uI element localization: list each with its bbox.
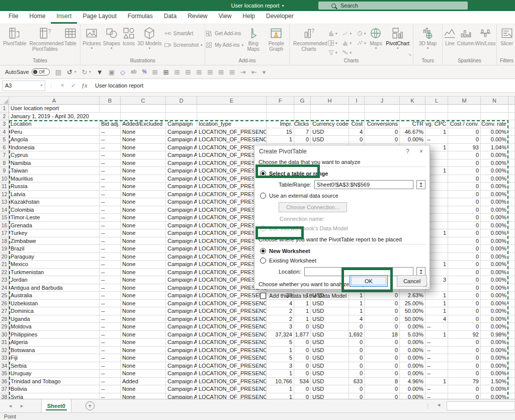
cell[interactable] bbox=[508, 292, 515, 300]
cell[interactable]: Campaign A bbox=[166, 362, 197, 370]
tab-view[interactable]: View bbox=[213, 13, 237, 24]
cell[interactable]: 0 bbox=[448, 339, 481, 347]
percent-style-icon[interactable]: % bbox=[142, 69, 147, 74]
cell[interactable]: 3 bbox=[267, 323, 294, 331]
cell[interactable] bbox=[508, 284, 515, 292]
cell[interactable] bbox=[508, 120, 515, 128]
cell[interactable]: 0 bbox=[365, 128, 400, 136]
cell[interactable]: Campaign A bbox=[166, 136, 197, 144]
cell[interactable]: 1.04% bbox=[481, 144, 508, 152]
cell[interactable]: Cost bbox=[349, 120, 365, 128]
cell[interactable]: 0.00% bbox=[481, 307, 508, 315]
cell[interactable]: Peru bbox=[9, 128, 100, 136]
cell[interactable]: 0 bbox=[294, 393, 311, 399]
cell[interactable]: Campaign A bbox=[166, 378, 197, 386]
cell[interactable]: Campaign A bbox=[166, 198, 197, 206]
cell[interactable] bbox=[267, 105, 294, 113]
cell[interactable]: Indonesia bbox=[9, 144, 100, 152]
cell[interactable]: None bbox=[121, 292, 166, 300]
cell[interactable]: 46.67% bbox=[400, 128, 425, 136]
cell[interactable] bbox=[166, 105, 197, 113]
cell[interactable]: CTR bbox=[400, 120, 425, 128]
pie-chart-button[interactable]: ▾ bbox=[357, 29, 366, 38]
cell[interactable]: 0 bbox=[448, 323, 481, 331]
cell[interactable]: 4 bbox=[349, 315, 365, 323]
cell[interactable]: 0.00% bbox=[481, 136, 508, 144]
cell[interactable]: None bbox=[121, 339, 166, 347]
row-header-8[interactable]: 8 bbox=[0, 159, 9, 167]
cell[interactable] bbox=[400, 105, 425, 113]
treemap-chart-button[interactable]: ▾ bbox=[328, 38, 337, 47]
cell[interactable]: Algeria bbox=[9, 339, 100, 347]
cell[interactable]: 633 bbox=[349, 378, 365, 386]
border-all-icon[interactable]: ⊞ bbox=[163, 69, 169, 75]
cell[interactable]: 0.00% bbox=[481, 292, 508, 300]
cell[interactable]: Campaign A bbox=[166, 339, 197, 347]
cell[interactable]: 1 bbox=[294, 300, 311, 308]
row-header-14[interactable]: 14 bbox=[0, 206, 9, 214]
cell[interactable]: -- bbox=[425, 370, 448, 378]
cell[interactable]: 0.00% bbox=[481, 159, 508, 167]
cell[interactable]: 0.00% bbox=[481, 253, 508, 261]
cell[interactable]: 0.00% bbox=[400, 385, 425, 393]
cell[interactable]: Clicks bbox=[294, 120, 311, 128]
cell[interactable] bbox=[508, 222, 515, 230]
horizontal-scrollbar[interactable] bbox=[447, 401, 515, 410]
cell[interactable] bbox=[508, 393, 515, 399]
cell[interactable]: 0 bbox=[448, 167, 481, 175]
cell[interactable] bbox=[508, 300, 515, 308]
cell[interactable]: -- bbox=[100, 198, 121, 206]
row-header-13[interactable]: 13 bbox=[0, 198, 9, 206]
border-none-icon[interactable]: ⊞ bbox=[152, 69, 158, 75]
column-header-C[interactable]: C bbox=[121, 97, 166, 105]
cell[interactable]: 0 bbox=[448, 385, 481, 393]
cell[interactable]: Serbia bbox=[9, 362, 100, 370]
cell[interactable]: -- bbox=[425, 362, 448, 370]
dialog-title-bar[interactable]: Create PivotTable ? × bbox=[254, 145, 430, 157]
row-header-31[interactable]: 31 bbox=[0, 339, 9, 347]
cell[interactable]: 0 bbox=[448, 214, 481, 222]
cell[interactable]: 0 bbox=[448, 229, 481, 237]
cell[interactable]: 1 bbox=[425, 128, 448, 136]
cell[interactable]: 92 bbox=[448, 331, 481, 339]
row-header-16[interactable]: 16 bbox=[0, 222, 9, 230]
cell[interactable]: LOCATION_OF_PRESENCE bbox=[197, 347, 267, 355]
border-right-icon[interactable]: ⊞ bbox=[207, 69, 213, 75]
row-header-24[interactable]: 24 bbox=[0, 284, 9, 292]
cell[interactable] bbox=[508, 191, 515, 199]
cell[interactable]: 0 bbox=[448, 300, 481, 308]
cell[interactable]: 0.00% bbox=[481, 323, 508, 331]
row-header-3[interactable]: 3 bbox=[0, 120, 9, 128]
cell[interactable]: 0.00% bbox=[481, 191, 508, 199]
cell[interactable]: None bbox=[121, 167, 166, 175]
cell[interactable]: -- bbox=[100, 347, 121, 355]
cell[interactable]: Brazil bbox=[9, 245, 100, 253]
cell[interactable]: USD bbox=[311, 315, 349, 323]
select-all-corner[interactable] bbox=[0, 97, 9, 105]
cell[interactable] bbox=[349, 105, 365, 113]
cell[interactable]: None bbox=[121, 269, 166, 277]
dialog-help-icon[interactable]: ? bbox=[406, 148, 409, 155]
cell[interactable]: None bbox=[121, 229, 166, 237]
column-header-E[interactable]: E bbox=[197, 97, 267, 105]
cell[interactable]: -- bbox=[100, 229, 121, 237]
column-header-D[interactable]: D bbox=[166, 97, 197, 105]
cell[interactable]: Cost / conv. bbox=[448, 120, 481, 128]
tab-home[interactable]: Home bbox=[24, 13, 51, 24]
cell[interactable]: None bbox=[121, 214, 166, 222]
cell[interactable]: Fiji bbox=[9, 354, 100, 362]
cell[interactable]: None bbox=[121, 222, 166, 230]
cell[interactable] bbox=[508, 261, 515, 269]
cell[interactable]: Campaign A bbox=[166, 331, 197, 339]
cell[interactable]: Campaign A bbox=[166, 307, 197, 315]
cell[interactable]: Campaign A bbox=[166, 300, 197, 308]
cell[interactable]: 0 bbox=[448, 253, 481, 261]
row-header-38[interactable]: 38 bbox=[0, 393, 9, 399]
cell[interactable]: Turkmenistan bbox=[9, 269, 100, 277]
cell[interactable] bbox=[508, 128, 515, 136]
save-icon[interactable]: ▤ bbox=[55, 69, 61, 75]
cell[interactable]: Avg. CPC bbox=[425, 120, 448, 128]
pictures-button[interactable]: Pictures▾ bbox=[82, 26, 101, 50]
dialog-launcher-icon[interactable]: ↘ bbox=[408, 52, 411, 57]
cell[interactable]: 0.00% bbox=[481, 284, 508, 292]
